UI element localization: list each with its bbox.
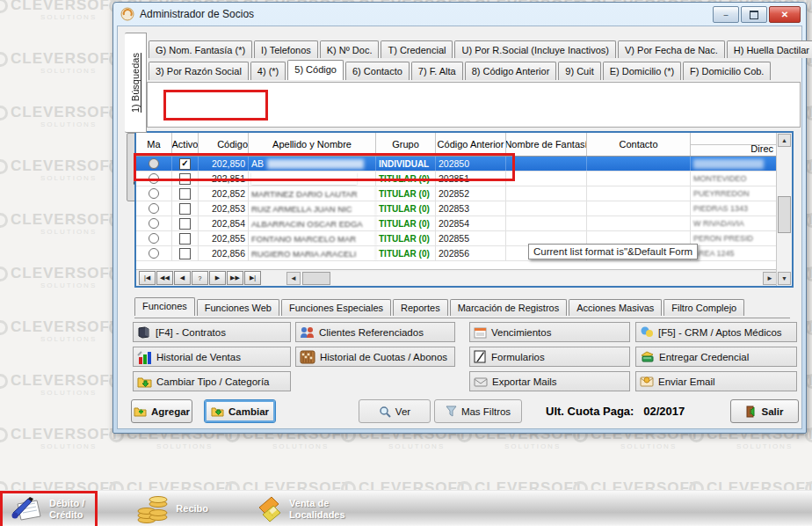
nav-last-button[interactable]: ▶| xyxy=(244,271,261,285)
entregar-credencial-button[interactable]: Entregar Credencial xyxy=(635,347,797,367)
tab-huella-dactilar[interactable]: H) Huella Dactilar xyxy=(727,40,812,58)
watermark-tile: CLEVERSOFTSOLUTIONS xyxy=(0,311,104,365)
contratos-button[interactable]: [F4] - Contratos xyxy=(133,322,291,342)
close-icon: ✕ xyxy=(781,10,788,19)
venta-localidades-button[interactable]: Venta deLocalidades xyxy=(242,491,354,526)
tab-filtro-complejo[interactable]: Filtro Complejo xyxy=(663,299,744,316)
header-grupo[interactable]: Grupo xyxy=(376,133,436,156)
historial-cuotas-button[interactable]: Historial de Cuotas / Abonos xyxy=(295,347,455,367)
row-radio[interactable] xyxy=(136,231,172,245)
cuota-label: Ult. Cuota Paga: xyxy=(546,405,634,418)
tab-f-alta[interactable]: 7) F. Alta xyxy=(411,62,463,80)
horizontal-scrollbar[interactable]: ◄ ► xyxy=(286,272,777,285)
cell-codigo: 202,853 xyxy=(199,201,249,216)
ver-button[interactable]: Ver xyxy=(359,399,431,423)
tab-funciones-web[interactable]: Funciones Web xyxy=(197,299,279,316)
row-checkbox[interactable] xyxy=(172,172,199,186)
maximize-button[interactable] xyxy=(741,6,767,23)
tab-asterisco[interactable]: 4) (*) xyxy=(250,62,286,80)
titlebar[interactable]: Administrador de Socios – ✕ xyxy=(113,3,806,26)
minimize-button[interactable]: – xyxy=(713,6,739,23)
header-marca[interactable]: Ma xyxy=(136,133,172,156)
row-radio[interactable] xyxy=(136,186,172,201)
row-radio[interactable] xyxy=(136,246,172,260)
row-checkbox[interactable] xyxy=(172,246,199,260)
table-row[interactable]: 202,853 RUIZ ARMELLA JUAN NIC TITULAR (0… xyxy=(136,201,777,216)
vertical-scrollbar[interactable]: ▲ ▼ xyxy=(776,133,792,286)
debito-credito-button[interactable]: Débito /Crédito xyxy=(2,491,93,526)
nav-fast-next-button[interactable]: ▶▶ xyxy=(227,271,243,285)
tab-acciones-masivas[interactable]: Acciones Masivas xyxy=(569,299,662,316)
scroll-right-icon[interactable]: ► xyxy=(763,272,777,285)
row-checkbox[interactable]: ✓ xyxy=(172,157,199,171)
table-row[interactable]: 202,851 TITULAR (0) 202851 MONTEVIDEO xyxy=(136,172,777,186)
agregar-button[interactable]: Agregar xyxy=(131,399,192,423)
header-codigo-anterior[interactable]: Código Anterior xyxy=(436,133,506,156)
vertical-scroll-thumb[interactable] xyxy=(778,196,791,233)
scroll-down-icon[interactable]: ▼ xyxy=(778,272,791,285)
tab-por-razon-social[interactable]: 3) Por Razón Social xyxy=(149,62,249,80)
cell-contacto xyxy=(587,186,691,201)
header-nombre-fantasia[interactable]: Nombre de Fantasí xyxy=(506,133,587,156)
row-radio[interactable] xyxy=(136,201,172,216)
horizontal-scroll-thumb[interactable] xyxy=(302,272,330,285)
tab-funciones-especiales[interactable]: Funciones Especiales xyxy=(281,299,391,316)
row-checkbox[interactable] xyxy=(172,216,199,230)
tab-domicilio[interactable]: E) Domicilio (*) xyxy=(603,62,681,80)
enviar-email-button[interactable]: Enviar Email xyxy=(635,371,797,391)
salir-button[interactable]: Salir xyxy=(730,399,799,423)
tab-codigo[interactable]: 5) Código xyxy=(287,60,344,80)
table-row[interactable]: ✓ 202,850 AB INDIVIDUAL 202850 xyxy=(136,157,777,172)
tab-telefonos[interactable]: I) Telefonos xyxy=(254,40,318,58)
cambiar-tipo-button[interactable]: Cambiar Tipo / Categoría xyxy=(133,371,291,391)
nav-fast-prev-button[interactable]: ◀◀ xyxy=(156,271,173,285)
venta-localidades-label: Venta deLocalidades xyxy=(289,498,345,521)
row-radio[interactable] xyxy=(136,157,172,171)
table-row[interactable]: 202,854 ALBARRACIN OSCAR EDGA TITULAR (0… xyxy=(136,216,777,231)
header-activo[interactable]: Activo xyxy=(172,133,199,156)
tab-domicilio-cob[interactable]: F) Domicilio Cob. xyxy=(683,62,771,80)
row-checkbox[interactable] xyxy=(172,186,199,201)
cell-nombre: FONTANO MARCELO MAR xyxy=(249,231,376,245)
header-contacto[interactable]: Contacto xyxy=(587,133,691,156)
table-row[interactable]: 202,852 MARTINEZ DARIO LAUTAR TITULAR (0… xyxy=(136,186,777,201)
abacus-icon xyxy=(300,350,315,364)
tab-por-fecha-nac[interactable]: V) Por Fecha de Nac. xyxy=(618,40,725,58)
tab-por-rsocial[interactable]: U) Por R.Social (Incluye Inactivos) xyxy=(454,40,616,58)
nav-next-button[interactable]: ▶ xyxy=(209,271,226,285)
tab-nom-fantasia[interactable]: G) Nom. Fantasía (*) xyxy=(149,40,252,58)
header-apellido-nombre[interactable]: Apellido y Nombre xyxy=(249,133,376,156)
tab-reportes[interactable]: Reportes xyxy=(393,299,448,316)
clientes-referenciados-button[interactable]: Clientes Referenciados xyxy=(295,322,455,342)
scroll-up-icon[interactable]: ▲ xyxy=(778,134,791,147)
tab-funciones[interactable]: Funciones xyxy=(134,297,195,316)
close-button[interactable]: ✕ xyxy=(769,6,801,23)
mas-filtros-button[interactable]: Mas Filtros xyxy=(434,399,522,423)
scroll-left-icon[interactable]: ◄ xyxy=(286,272,301,285)
row-radio[interactable] xyxy=(136,216,172,230)
nav-search-button[interactable]: ? xyxy=(192,271,208,285)
exportar-mails-button[interactable]: Exportar Mails xyxy=(469,371,630,391)
tab-marcacion-registros[interactable]: Marcación de Registros xyxy=(450,299,568,316)
cambiar-button[interactable]: Cambiar xyxy=(204,399,276,423)
row-checkbox[interactable] xyxy=(172,201,199,216)
search-tabs-row2: 3) Por Razón Social 4) (*) 5) Código 6) … xyxy=(149,62,771,80)
header-codigo[interactable]: Código xyxy=(199,133,249,156)
tab-credencial[interactable]: T) Credencial xyxy=(381,40,453,58)
tab-cuit[interactable]: 9) Cuit xyxy=(558,62,600,80)
tab-contacto[interactable]: 6) Contacto xyxy=(345,62,410,80)
tab-num-doc[interactable]: K) Nº Doc. xyxy=(320,40,380,58)
nav-prev-button[interactable]: ◀ xyxy=(174,271,191,285)
row-radio[interactable] xyxy=(136,172,172,186)
recibo-button[interactable]: Recibo xyxy=(127,491,217,526)
crm-aptos-button[interactable]: [F5] - CRM / Aptos Médicos xyxy=(635,322,797,342)
historial-ventas-button[interactable]: Historial de Ventas xyxy=(133,347,291,367)
header-direccion[interactable]: Direc xyxy=(691,133,777,156)
formularios-button[interactable]: Formularios xyxy=(469,347,630,367)
nav-first-button[interactable]: |◀ xyxy=(139,271,156,285)
row-checkbox[interactable] xyxy=(172,231,199,245)
side-tab-busquedas[interactable]: 1) Búsquedas xyxy=(125,33,147,133)
tab-codigo-anterior[interactable]: 8) Código Anterior xyxy=(465,62,557,80)
vencimientos-button[interactable]: Vencimientos xyxy=(469,322,630,342)
app-logo-icon xyxy=(120,7,134,21)
